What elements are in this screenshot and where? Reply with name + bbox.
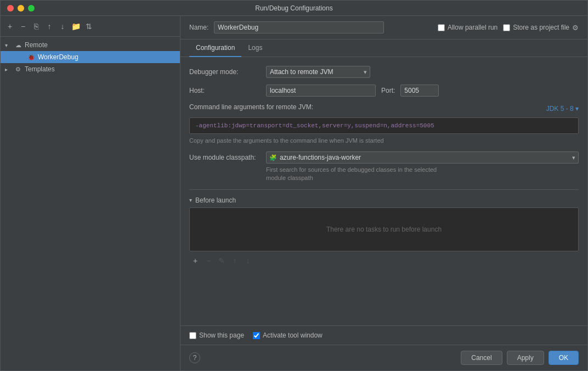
- command-hint: Copy and paste the arguments to the comm…: [189, 137, 579, 144]
- templates-icon: ⚙: [14, 65, 22, 74]
- command-value-box: -agentlib:jdwp=transport=dt_socket,serve…: [189, 117, 579, 134]
- sidebar-item-label: WorkerDebug: [38, 53, 78, 61]
- sidebar-item-label: Remote: [25, 41, 48, 49]
- before-launch-title: Before launch: [195, 196, 236, 204]
- config-content: Debugger mode: Attach to remote JVM Host…: [180, 57, 587, 325]
- config-header: Name: Allow parallel run Store as projec…: [180, 16, 587, 40]
- module-select-container: 🧩 azure-functions-java-worker ▾ First se…: [266, 151, 579, 183]
- folder-button[interactable]: 📁: [70, 20, 82, 32]
- command-section-header: Command line arguments for remote JVM: J…: [189, 103, 579, 114]
- allow-parallel-label: Allow parallel run: [448, 24, 497, 31]
- tab-configuration[interactable]: Configuration: [189, 40, 241, 57]
- window-title: Run/Debug Configurations: [255, 4, 332, 12]
- show-page-label: Show this page: [199, 331, 244, 339]
- host-input[interactable]: [266, 85, 376, 97]
- tab-logs[interactable]: Logs: [241, 40, 269, 57]
- sidebar-item-label: Templates: [25, 65, 55, 73]
- copy-config-button[interactable]: ⎘: [30, 20, 42, 32]
- name-label: Name:: [189, 24, 208, 31]
- jdk-version-link[interactable]: JDK 5 - 8 ▾: [546, 105, 579, 113]
- run-debug-configurations-window: Run/Debug Configurations + − ⎘ ↑ ↓ 📁 ⇅ ▾…: [0, 0, 588, 371]
- module-classpath-select[interactable]: azure-functions-java-worker: [266, 151, 579, 164]
- store-project-label: Store as project file: [513, 24, 569, 31]
- command-label: Command line arguments for remote JVM:: [189, 103, 313, 111]
- before-launch-area: There are no tasks to run before launch: [189, 207, 579, 251]
- close-button[interactable]: [7, 5, 14, 12]
- activate-tool-label: Activate tool window: [263, 331, 323, 339]
- module-classpath-label: Use module classpath:: [189, 151, 261, 161]
- activate-tool-group: Activate tool window: [253, 331, 323, 339]
- host-label: Host:: [189, 87, 261, 94]
- add-task-button[interactable]: +: [189, 255, 201, 267]
- sidebar: + − ⎘ ↑ ↓ 📁 ⇅ ▾ ☁ Remote ▸ 🐞 Wo: [1, 16, 180, 370]
- port-input[interactable]: [400, 85, 439, 97]
- allow-parallel-group: Allow parallel run: [438, 24, 497, 31]
- store-project-group: Store as project file ⚙: [503, 24, 579, 32]
- gear-icon[interactable]: ⚙: [572, 24, 579, 32]
- cancel-button[interactable]: Cancel: [461, 351, 502, 365]
- ok-button[interactable]: OK: [549, 351, 579, 365]
- debugger-mode-select-wrapper: Attach to remote JVM: [266, 66, 370, 78]
- remove-config-button[interactable]: −: [17, 20, 29, 32]
- allow-parallel-checkbox[interactable]: [438, 24, 445, 31]
- sort-button[interactable]: ⇅: [83, 20, 95, 32]
- move-down-button[interactable]: ↓: [56, 20, 69, 32]
- remove-task-button[interactable]: −: [202, 255, 214, 267]
- sidebar-item-remote[interactable]: ▾ ☁ Remote: [1, 39, 180, 51]
- sidebar-tree: ▾ ☁ Remote ▸ 🐞 WorkerDebug ▸ ⚙ Templates: [1, 37, 180, 370]
- debug-config-icon: 🐞: [27, 53, 36, 61]
- minimize-button[interactable]: [18, 5, 24, 12]
- before-launch-chevron-icon[interactable]: ▾: [189, 197, 192, 203]
- store-project-checkbox[interactable]: [503, 24, 510, 31]
- move-up-button[interactable]: ↑: [43, 20, 55, 32]
- bottom-checkboxes: Show this page Activate tool window: [180, 325, 587, 345]
- task-down-button[interactable]: ↓: [242, 255, 254, 267]
- host-port-row: Host: Port:: [189, 85, 579, 97]
- show-page-checkbox[interactable]: [189, 332, 196, 339]
- footer: ? Cancel Apply OK: [180, 345, 587, 370]
- maximize-button[interactable]: [28, 5, 35, 12]
- module-classpath-row: Use module classpath: 🧩 azure-functions-…: [189, 151, 579, 183]
- activate-tool-checkbox[interactable]: [253, 332, 260, 339]
- apply-button[interactable]: Apply: [507, 351, 544, 365]
- window-controls: [7, 5, 35, 12]
- sidebar-item-worker-debug[interactable]: ▸ 🐞 WorkerDebug: [1, 51, 180, 63]
- no-tasks-text: There are no tasks to run before launch: [326, 226, 442, 233]
- chevron-down-icon: ▾: [5, 42, 12, 48]
- launch-toolbar: + − ✎ ↑ ↓: [189, 255, 579, 267]
- remote-group-icon: ☁: [14, 41, 22, 49]
- before-launch-header: ▾ Before launch: [189, 196, 579, 204]
- sidebar-item-templates[interactable]: ▸ ⚙ Templates: [1, 63, 180, 75]
- module-hint: First search for sources of the debugged…: [266, 166, 579, 183]
- task-up-button[interactable]: ↑: [229, 255, 241, 267]
- title-bar: Run/Debug Configurations: [1, 1, 587, 16]
- content-area: Name: Allow parallel run Store as projec…: [180, 16, 587, 370]
- debugger-mode-label: Debugger mode:: [189, 68, 261, 76]
- port-label: Port:: [381, 87, 395, 94]
- chevron-right-icon: ▸: [5, 66, 12, 72]
- config-name-input[interactable]: [214, 21, 384, 33]
- section-divider: [189, 189, 579, 190]
- command-section: Command line arguments for remote JVM: J…: [189, 103, 579, 144]
- debugger-mode-select[interactable]: Attach to remote JVM: [266, 66, 370, 78]
- tabs-bar: Configuration Logs: [180, 40, 587, 57]
- show-page-group: Show this page: [189, 331, 244, 339]
- module-select-wrapper: 🧩 azure-functions-java-worker ▾: [266, 151, 579, 164]
- help-button[interactable]: ?: [189, 352, 200, 363]
- add-config-button[interactable]: +: [4, 20, 16, 32]
- edit-task-button[interactable]: ✎: [216, 255, 228, 267]
- sidebar-toolbar: + − ⎘ ↑ ↓ 📁 ⇅: [1, 16, 180, 37]
- debugger-mode-row: Debugger mode: Attach to remote JVM: [189, 66, 579, 78]
- main-area: + − ⎘ ↑ ↓ 📁 ⇅ ▾ ☁ Remote ▸ 🐞 Wo: [1, 16, 587, 370]
